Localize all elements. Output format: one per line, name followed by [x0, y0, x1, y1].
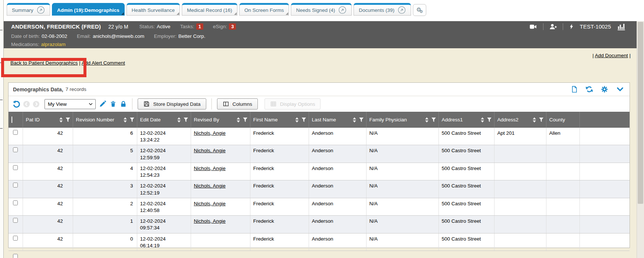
refresh-icon[interactable] [585, 85, 593, 93]
row-checkbox[interactable] [13, 165, 18, 170]
prev-page-button[interactable] [23, 100, 30, 108]
lightning-icon[interactable] [569, 23, 574, 30]
delete-trash-icon[interactable] [110, 100, 116, 108]
revised-by-link[interactable]: Nichols, Angie [194, 183, 226, 189]
patient-header-bar: ANDERSON, FREDERICK (FRED) 22 y/o M Stat… [4, 21, 644, 48]
settings-gear-icon[interactable] [601, 85, 608, 93]
cell-revision: 4 [73, 163, 137, 180]
sort-icon [481, 117, 484, 123]
row-checkbox[interactable] [13, 183, 18, 187]
cell-pat-id: 42 [23, 233, 73, 251]
grid-icon [270, 101, 277, 107]
lock-icon[interactable] [120, 100, 127, 108]
tab-documents[interactable]: Documents (39) [354, 3, 411, 16]
select-all-header[interactable] [9, 112, 23, 128]
columns-button[interactable]: Columns [217, 98, 258, 110]
revised-by-link[interactable]: Nichols, Angie [194, 166, 226, 171]
tab-summary[interactable]: Summary [7, 3, 50, 16]
add-document-link[interactable]: Add Document [595, 53, 628, 58]
row-checkbox[interactable] [13, 236, 18, 241]
row-checkbox[interactable] [13, 147, 18, 152]
sort-icon [59, 117, 63, 123]
tab-needs-signed[interactable]: Needs Signed (4) [291, 3, 352, 16]
cell-stub [579, 233, 630, 251]
cell-pat-id: 42 [23, 198, 73, 215]
cell-address1: 500 Castro Street [438, 216, 494, 233]
column-header-pat-id[interactable]: Pat ID [23, 112, 73, 128]
cell-edit-date: 12-02-202412:52:19 [137, 180, 191, 198]
new-document-icon[interactable] [571, 85, 578, 93]
view-select[interactable]: My View [45, 99, 96, 109]
popout-arrow-icon[interactable] [398, 6, 406, 14]
revised-by-link[interactable]: Nichols, Angie [194, 201, 226, 206]
revised-by-link[interactable]: Nichols, Angie [194, 130, 226, 136]
page-action-links: Back to Patient Demographics | Add Alert… [10, 60, 125, 66]
add-alert-comment-link[interactable]: Add Alert Comment [82, 60, 125, 66]
cell-last-name: Anderson [309, 233, 366, 251]
row-checkbox[interactable] [13, 130, 18, 135]
cell-address1: 500 Castro Street [438, 128, 494, 145]
vertical-scrollbar[interactable] [637, 21, 644, 258]
cell-first-name: Frederick [250, 145, 309, 163]
tasks-badge[interactable]: 1 [196, 23, 203, 30]
status-value: Active [157, 24, 171, 29]
cell-revised-by: Nichols, Angie [191, 216, 250, 233]
store-displayed-data-button[interactable]: Store Displayed Data [138, 98, 206, 110]
tab-on-screen-forms[interactable]: On Screen Forms [239, 3, 289, 16]
grid-footer-row [9, 251, 630, 258]
row-checkbox[interactable] [13, 200, 18, 205]
cell-stub [579, 163, 630, 180]
dob-value: 02-08-2002 [42, 33, 67, 39]
column-header-revision-number[interactable]: Revision Number [73, 112, 137, 128]
column-header-county[interactable]: County [546, 112, 579, 128]
footer-row-checkbox[interactable] [13, 254, 18, 258]
pipe: | [592, 53, 594, 58]
collapse-chevron-icon[interactable] [616, 85, 624, 94]
video-camera-icon[interactable] [529, 23, 538, 30]
popout-arrow-icon[interactable] [37, 6, 45, 14]
revised-by-link[interactable]: Nichols, Angie [194, 218, 226, 224]
tab-label: On Screen Forms [244, 7, 284, 13]
esign-badge[interactable]: 3 [229, 23, 236, 30]
revised-by-link[interactable]: Nichols, Angie [194, 148, 226, 153]
next-page-button[interactable] [32, 100, 40, 108]
back-to-demographics-link[interactable]: Back to Patient Demographics [10, 60, 78, 66]
window-left-gutter [0, 0, 4, 258]
column-header-revised-by[interactable]: Revised By [191, 112, 250, 128]
select-all-checkbox[interactable] [12, 117, 12, 123]
cell-first-name: Frederick [250, 216, 309, 233]
tab-admin-demographics[interactable]: Admin (19):Demographics [52, 3, 125, 16]
column-header-family-physician[interactable]: Family Physician [366, 112, 438, 128]
filter-funnel-icon [301, 117, 306, 123]
column-header-first-name[interactable]: First Name [250, 112, 309, 128]
cell-edit-date: 12-02-202413:24:22 [137, 128, 191, 145]
tab-settings-button[interactable]: ⚙⚙ [413, 4, 426, 16]
scrollbar-thumb[interactable] [638, 22, 643, 204]
cell-first-name: Frederick [250, 198, 309, 215]
bar-chart-icon[interactable] [617, 23, 626, 31]
cell-stub [579, 198, 630, 215]
demographics-table: Pat ID Revision Number Edit Date Revised… [9, 112, 630, 251]
cell-address2 [494, 180, 546, 198]
column-header-address1[interactable]: Address1 [438, 112, 494, 128]
cell-family-physician: N/A [366, 145, 438, 163]
popout-arrow-icon[interactable] [338, 6, 346, 14]
status-label: Status: [139, 24, 155, 29]
cell-first-name: Frederick [250, 128, 309, 145]
column-header-address2[interactable]: Address2 [494, 112, 546, 128]
column-header-last-name[interactable]: Last Name [309, 112, 366, 128]
medications-value[interactable]: alprazolam [41, 42, 66, 47]
dob-label: Date of birth: [11, 33, 40, 39]
panel-header: Demographics Data, 7 records [9, 83, 630, 96]
edit-pencil-icon[interactable] [99, 100, 106, 108]
tab-medical-record[interactable]: Medical Record (16) [182, 3, 237, 16]
row-checkbox[interactable] [13, 218, 18, 223]
cell-first-name: Frederick [250, 180, 309, 198]
person-add-icon[interactable] [549, 23, 557, 30]
cell-edit-date: 12-02-202409:57:34 [137, 216, 191, 233]
table-row: 42 5 12-02-202412:59:59 Nichols, Angie F… [9, 145, 630, 163]
email-value: anichols@mieweb.com [93, 33, 144, 39]
tab-health-surveillance[interactable]: Health Surveillance [126, 3, 180, 16]
column-header-edit-date[interactable]: Edit Date [137, 112, 191, 128]
undo-icon[interactable] [12, 100, 21, 108]
